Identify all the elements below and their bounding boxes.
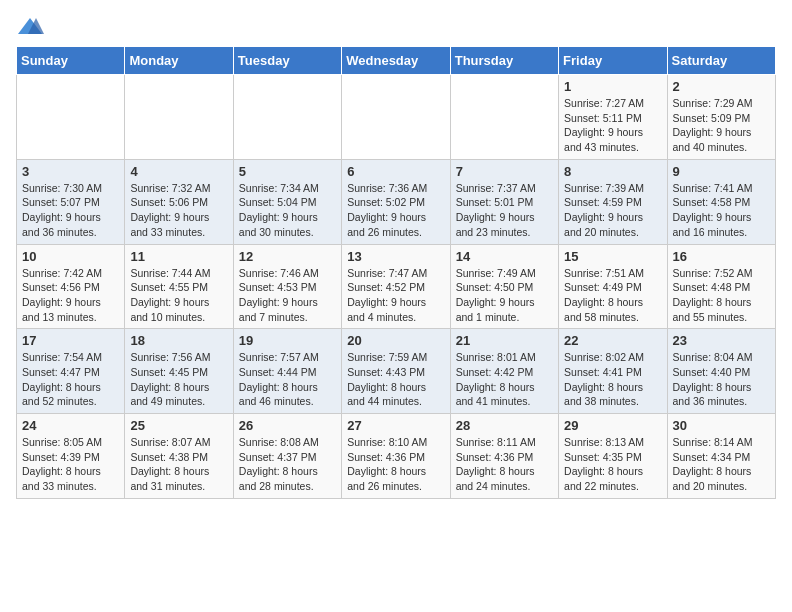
- logo-icon: [16, 16, 44, 38]
- day-number: 8: [564, 164, 661, 179]
- calendar-header-saturday: Saturday: [667, 47, 775, 75]
- day-number: 17: [22, 333, 119, 348]
- calendar-cell: 13Sunrise: 7:47 AM Sunset: 4:52 PM Dayli…: [342, 244, 450, 329]
- calendar-cell: 17Sunrise: 7:54 AM Sunset: 4:47 PM Dayli…: [17, 329, 125, 414]
- day-info: Sunrise: 7:39 AM Sunset: 4:59 PM Dayligh…: [564, 181, 661, 240]
- page: SundayMondayTuesdayWednesdayThursdayFrid…: [0, 0, 792, 515]
- calendar-cell: [17, 75, 125, 160]
- day-number: 1: [564, 79, 661, 94]
- day-number: 22: [564, 333, 661, 348]
- day-number: 19: [239, 333, 336, 348]
- day-info: Sunrise: 7:29 AM Sunset: 5:09 PM Dayligh…: [673, 96, 770, 155]
- calendar-cell: 1Sunrise: 7:27 AM Sunset: 5:11 PM Daylig…: [559, 75, 667, 160]
- calendar-header-sunday: Sunday: [17, 47, 125, 75]
- day-info: Sunrise: 8:05 AM Sunset: 4:39 PM Dayligh…: [22, 435, 119, 494]
- calendar-week-3: 17Sunrise: 7:54 AM Sunset: 4:47 PM Dayli…: [17, 329, 776, 414]
- calendar-cell: 30Sunrise: 8:14 AM Sunset: 4:34 PM Dayli…: [667, 414, 775, 499]
- day-info: Sunrise: 8:13 AM Sunset: 4:35 PM Dayligh…: [564, 435, 661, 494]
- day-info: Sunrise: 7:52 AM Sunset: 4:48 PM Dayligh…: [673, 266, 770, 325]
- calendar-cell: 16Sunrise: 7:52 AM Sunset: 4:48 PM Dayli…: [667, 244, 775, 329]
- calendar-header-friday: Friday: [559, 47, 667, 75]
- day-info: Sunrise: 7:36 AM Sunset: 5:02 PM Dayligh…: [347, 181, 444, 240]
- day-number: 5: [239, 164, 336, 179]
- day-number: 29: [564, 418, 661, 433]
- calendar-cell: 4Sunrise: 7:32 AM Sunset: 5:06 PM Daylig…: [125, 159, 233, 244]
- calendar-cell: 21Sunrise: 8:01 AM Sunset: 4:42 PM Dayli…: [450, 329, 558, 414]
- calendar-cell: 19Sunrise: 7:57 AM Sunset: 4:44 PM Dayli…: [233, 329, 341, 414]
- day-number: 23: [673, 333, 770, 348]
- day-number: 14: [456, 249, 553, 264]
- day-info: Sunrise: 8:10 AM Sunset: 4:36 PM Dayligh…: [347, 435, 444, 494]
- calendar-cell: [342, 75, 450, 160]
- day-info: Sunrise: 7:42 AM Sunset: 4:56 PM Dayligh…: [22, 266, 119, 325]
- day-info: Sunrise: 7:37 AM Sunset: 5:01 PM Dayligh…: [456, 181, 553, 240]
- calendar-week-1: 3Sunrise: 7:30 AM Sunset: 5:07 PM Daylig…: [17, 159, 776, 244]
- day-number: 26: [239, 418, 336, 433]
- day-info: Sunrise: 7:51 AM Sunset: 4:49 PM Dayligh…: [564, 266, 661, 325]
- calendar-header-tuesday: Tuesday: [233, 47, 341, 75]
- calendar-cell: 6Sunrise: 7:36 AM Sunset: 5:02 PM Daylig…: [342, 159, 450, 244]
- day-number: 16: [673, 249, 770, 264]
- calendar-cell: 8Sunrise: 7:39 AM Sunset: 4:59 PM Daylig…: [559, 159, 667, 244]
- calendar-cell: [125, 75, 233, 160]
- calendar-cell: 25Sunrise: 8:07 AM Sunset: 4:38 PM Dayli…: [125, 414, 233, 499]
- calendar-cell: 11Sunrise: 7:44 AM Sunset: 4:55 PM Dayli…: [125, 244, 233, 329]
- day-info: Sunrise: 8:01 AM Sunset: 4:42 PM Dayligh…: [456, 350, 553, 409]
- calendar-header-row: SundayMondayTuesdayWednesdayThursdayFrid…: [17, 47, 776, 75]
- day-info: Sunrise: 8:14 AM Sunset: 4:34 PM Dayligh…: [673, 435, 770, 494]
- day-info: Sunrise: 7:44 AM Sunset: 4:55 PM Dayligh…: [130, 266, 227, 325]
- day-number: 12: [239, 249, 336, 264]
- day-info: Sunrise: 7:49 AM Sunset: 4:50 PM Dayligh…: [456, 266, 553, 325]
- day-info: Sunrise: 7:56 AM Sunset: 4:45 PM Dayligh…: [130, 350, 227, 409]
- day-info: Sunrise: 8:04 AM Sunset: 4:40 PM Dayligh…: [673, 350, 770, 409]
- day-number: 10: [22, 249, 119, 264]
- calendar-cell: 2Sunrise: 7:29 AM Sunset: 5:09 PM Daylig…: [667, 75, 775, 160]
- day-info: Sunrise: 7:54 AM Sunset: 4:47 PM Dayligh…: [22, 350, 119, 409]
- calendar-header-thursday: Thursday: [450, 47, 558, 75]
- calendar-cell: 20Sunrise: 7:59 AM Sunset: 4:43 PM Dayli…: [342, 329, 450, 414]
- day-number: 15: [564, 249, 661, 264]
- day-info: Sunrise: 8:02 AM Sunset: 4:41 PM Dayligh…: [564, 350, 661, 409]
- calendar-cell: 23Sunrise: 8:04 AM Sunset: 4:40 PM Dayli…: [667, 329, 775, 414]
- day-number: 30: [673, 418, 770, 433]
- day-number: 20: [347, 333, 444, 348]
- calendar-cell: 29Sunrise: 8:13 AM Sunset: 4:35 PM Dayli…: [559, 414, 667, 499]
- header: [16, 16, 776, 38]
- calendar: SundayMondayTuesdayWednesdayThursdayFrid…: [16, 46, 776, 499]
- day-info: Sunrise: 7:32 AM Sunset: 5:06 PM Dayligh…: [130, 181, 227, 240]
- day-number: 9: [673, 164, 770, 179]
- day-number: 18: [130, 333, 227, 348]
- day-info: Sunrise: 7:30 AM Sunset: 5:07 PM Dayligh…: [22, 181, 119, 240]
- calendar-body: 1Sunrise: 7:27 AM Sunset: 5:11 PM Daylig…: [17, 75, 776, 499]
- calendar-cell: 5Sunrise: 7:34 AM Sunset: 5:04 PM Daylig…: [233, 159, 341, 244]
- calendar-cell: 22Sunrise: 8:02 AM Sunset: 4:41 PM Dayli…: [559, 329, 667, 414]
- day-info: Sunrise: 8:08 AM Sunset: 4:37 PM Dayligh…: [239, 435, 336, 494]
- calendar-cell: [450, 75, 558, 160]
- day-info: Sunrise: 7:41 AM Sunset: 4:58 PM Dayligh…: [673, 181, 770, 240]
- calendar-cell: 7Sunrise: 7:37 AM Sunset: 5:01 PM Daylig…: [450, 159, 558, 244]
- day-info: Sunrise: 7:47 AM Sunset: 4:52 PM Dayligh…: [347, 266, 444, 325]
- logo: [16, 16, 44, 38]
- day-number: 25: [130, 418, 227, 433]
- calendar-cell: 27Sunrise: 8:10 AM Sunset: 4:36 PM Dayli…: [342, 414, 450, 499]
- calendar-week-0: 1Sunrise: 7:27 AM Sunset: 5:11 PM Daylig…: [17, 75, 776, 160]
- calendar-cell: 26Sunrise: 8:08 AM Sunset: 4:37 PM Dayli…: [233, 414, 341, 499]
- calendar-cell: 14Sunrise: 7:49 AM Sunset: 4:50 PM Dayli…: [450, 244, 558, 329]
- day-number: 2: [673, 79, 770, 94]
- day-info: Sunrise: 7:46 AM Sunset: 4:53 PM Dayligh…: [239, 266, 336, 325]
- day-info: Sunrise: 8:07 AM Sunset: 4:38 PM Dayligh…: [130, 435, 227, 494]
- day-info: Sunrise: 7:34 AM Sunset: 5:04 PM Dayligh…: [239, 181, 336, 240]
- calendar-week-2: 10Sunrise: 7:42 AM Sunset: 4:56 PM Dayli…: [17, 244, 776, 329]
- calendar-header-monday: Monday: [125, 47, 233, 75]
- day-number: 11: [130, 249, 227, 264]
- calendar-header-wednesday: Wednesday: [342, 47, 450, 75]
- day-number: 4: [130, 164, 227, 179]
- day-number: 13: [347, 249, 444, 264]
- day-info: Sunrise: 7:57 AM Sunset: 4:44 PM Dayligh…: [239, 350, 336, 409]
- day-info: Sunrise: 8:11 AM Sunset: 4:36 PM Dayligh…: [456, 435, 553, 494]
- calendar-cell: 28Sunrise: 8:11 AM Sunset: 4:36 PM Dayli…: [450, 414, 558, 499]
- calendar-cell: 24Sunrise: 8:05 AM Sunset: 4:39 PM Dayli…: [17, 414, 125, 499]
- calendar-cell: [233, 75, 341, 160]
- calendar-cell: 10Sunrise: 7:42 AM Sunset: 4:56 PM Dayli…: [17, 244, 125, 329]
- day-info: Sunrise: 7:27 AM Sunset: 5:11 PM Dayligh…: [564, 96, 661, 155]
